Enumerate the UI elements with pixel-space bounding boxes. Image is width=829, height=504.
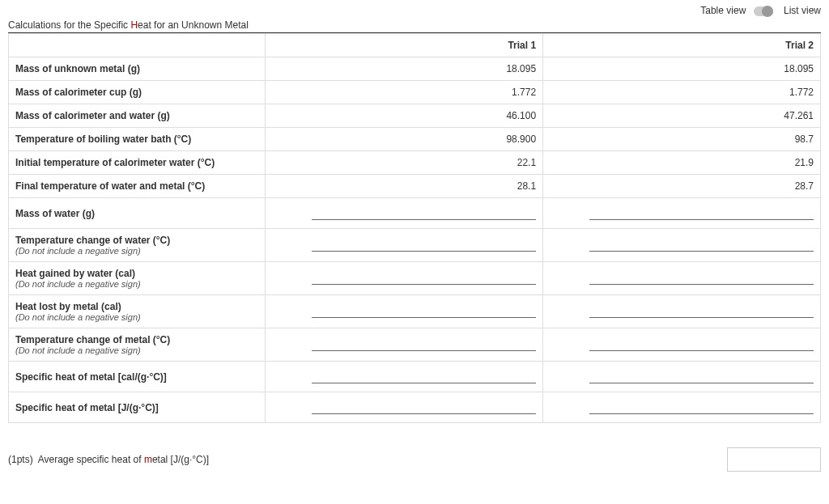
table-input-row: Heat gained by water (cal)(Do not includ… xyxy=(9,262,821,295)
blank-line xyxy=(589,338,814,351)
row-val-t2: 28.7 xyxy=(543,175,821,198)
blank-line xyxy=(589,207,814,220)
blank-line xyxy=(589,239,814,252)
row-label: Mass of water (g) xyxy=(9,198,266,229)
blank-line xyxy=(312,239,536,252)
row-label: Temperature change of water (°C)(Do not … xyxy=(9,229,266,262)
row-val-t2: 21.9 xyxy=(543,151,821,175)
row-blank-t1[interactable] xyxy=(266,362,543,392)
row-label: Heat gained by water (cal)(Do not includ… xyxy=(9,262,266,295)
blank-line xyxy=(312,305,536,318)
blank-line xyxy=(589,371,814,383)
row-blank-t2[interactable] xyxy=(543,392,821,423)
row-note: (Do not include a negative sign) xyxy=(15,345,258,355)
row-blank-t1[interactable] xyxy=(266,295,543,328)
row-blank-t1[interactable] xyxy=(266,198,543,229)
table-input-row: Temperature change of water (°C)(Do not … xyxy=(9,229,821,262)
header-trial2: Trial 2 xyxy=(543,34,821,57)
view-label-list: List view xyxy=(784,5,821,16)
row-blank-t1[interactable] xyxy=(266,392,543,423)
table-row: Final temperature of water and metal (°C… xyxy=(9,175,821,198)
row-blank-t1[interactable] xyxy=(266,328,543,362)
row-label: Mass of calorimeter and water (g) xyxy=(9,104,266,128)
view-label-table: Table view xyxy=(700,5,746,16)
row-val-t2: 1.772 xyxy=(543,81,821,104)
row-val-t2: 47.261 xyxy=(543,104,821,128)
view-toggle: Table view List view xyxy=(8,5,821,19)
row-label: Final temperature of water and metal (°C… xyxy=(9,175,266,198)
row-val-t1: 1.772 xyxy=(266,81,543,104)
blank-line xyxy=(589,401,814,414)
table-row: Mass of calorimeter cup (g)1.7721.772 xyxy=(9,81,821,104)
row-note: (Do not include a negative sign) xyxy=(15,312,258,322)
table-input-row: Specific heat of metal [J/(g·°C)] xyxy=(9,392,821,423)
row-val-t1: 46.100 xyxy=(266,104,543,128)
table-input-row: Heat lost by metal (cal)(Do not include … xyxy=(9,295,821,328)
row-blank-t1[interactable] xyxy=(266,229,543,262)
section-title: Calculations for the Specific Heat for a… xyxy=(8,19,821,33)
table-input-row: Specific heat of metal [cal/(g·°C)] xyxy=(9,362,821,392)
title-rest: eat for an Unknown Metal xyxy=(138,19,249,31)
row-blank-t2[interactable] xyxy=(543,262,821,295)
q1-prefix: Average specific heat of xyxy=(38,454,144,465)
table-input-row: Mass of water (g) xyxy=(9,198,821,229)
row-note: (Do not include a negative sign) xyxy=(15,246,258,256)
table-row: Mass of unknown metal (g)18.09518.095 xyxy=(9,57,821,81)
blank-line xyxy=(589,272,814,285)
blank-line xyxy=(312,207,536,220)
q1-pts: (1pts) xyxy=(8,454,33,465)
row-val-t1: 18.095 xyxy=(266,57,543,81)
table-row: Temperature of boiling water bath (°C)98… xyxy=(9,128,821,151)
row-val-t1: 28.1 xyxy=(266,175,543,198)
header-trial1: Trial 1 xyxy=(266,34,543,57)
blank-line xyxy=(312,272,536,285)
row-blank-t1[interactable] xyxy=(266,262,543,295)
q1-rest: etal [J/(g·°C)] xyxy=(152,454,209,465)
table-row: Initial temperature of calorimeter water… xyxy=(9,151,821,175)
row-label: Initial temperature of calorimeter water… xyxy=(9,151,266,175)
data-table: Trial 1 Trial 2 Mass of unknown metal (g… xyxy=(8,33,821,423)
row-blank-t2[interactable] xyxy=(543,328,821,362)
row-label: Heat lost by metal (cal)(Do not include … xyxy=(9,295,266,328)
header-blank xyxy=(9,34,266,57)
row-blank-t2[interactable] xyxy=(543,198,821,229)
row-label: Specific heat of metal [cal/(g·°C)] xyxy=(9,362,266,392)
q1-hl: m xyxy=(144,454,152,465)
row-blank-t2[interactable] xyxy=(543,295,821,328)
row-label: Mass of calorimeter cup (g) xyxy=(9,81,266,104)
header-row: Trial 1 Trial 2 xyxy=(9,34,821,57)
q1-answer-input[interactable] xyxy=(727,447,821,472)
row-label: Mass of unknown metal (g) xyxy=(9,57,266,81)
row-val-t1: 22.1 xyxy=(266,151,543,175)
row-label: Temperature of boiling water bath (°C) xyxy=(9,128,266,151)
title-prefix: Calculations for the Specific xyxy=(8,19,130,31)
blank-line xyxy=(312,401,536,414)
question-1: (1pts) Average specific heat of metal [J… xyxy=(8,447,821,472)
row-label: Specific heat of metal [J/(g·°C)] xyxy=(9,392,266,423)
view-toggle-switch[interactable] xyxy=(754,6,773,16)
row-val-t1: 98.900 xyxy=(266,128,543,151)
q1-text: (1pts) Average specific heat of metal [J… xyxy=(8,454,209,465)
toggle-knob xyxy=(762,6,773,17)
blank-line xyxy=(312,371,536,383)
row-val-t2: 98.7 xyxy=(543,128,821,151)
table-input-row: Temperature change of metal (°C)(Do not … xyxy=(9,328,821,362)
row-blank-t2[interactable] xyxy=(543,229,821,262)
blank-line xyxy=(312,338,536,351)
title-hl: H xyxy=(130,19,138,31)
table-row: Mass of calorimeter and water (g)46.1004… xyxy=(9,104,821,128)
row-val-t2: 18.095 xyxy=(543,57,821,81)
row-label: Temperature change of metal (°C)(Do not … xyxy=(9,328,266,362)
row-note: (Do not include a negative sign) xyxy=(15,279,258,289)
blank-line xyxy=(589,305,814,318)
row-blank-t2[interactable] xyxy=(543,362,821,392)
